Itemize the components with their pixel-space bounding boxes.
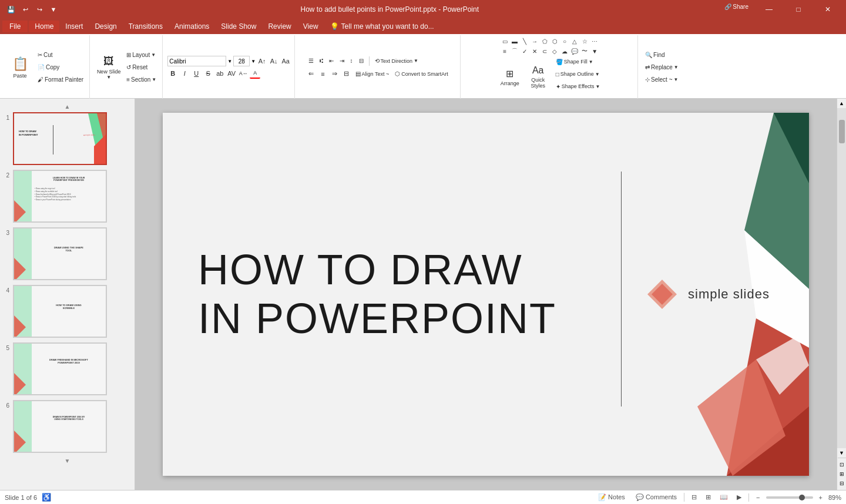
scroll-down-icon[interactable]: ▼ xyxy=(65,458,70,464)
numbered-list-button[interactable]: ⑆ xyxy=(317,55,325,67)
slide-thumb-3[interactable]: DRAW USING THE SHAPETOOL xyxy=(13,227,107,280)
shape-flow[interactable]: ◇ xyxy=(550,46,559,56)
char-spacing-button[interactable]: A↔ xyxy=(238,68,249,79)
scroll-down-btn[interactable]: ▼ xyxy=(837,448,847,458)
slideshow-button[interactable]: ▶ xyxy=(733,493,745,502)
shape-circle[interactable]: ○ xyxy=(560,36,569,46)
zoom-slider[interactable] xyxy=(766,496,813,499)
zoom-out-btn[interactable]: ⊟ xyxy=(838,479,846,488)
menu-view[interactable]: View xyxy=(297,21,324,32)
shape-star[interactable]: ☆ xyxy=(580,36,589,46)
zoom-in-status-button[interactable]: + xyxy=(815,493,826,502)
quick-styles-button[interactable]: Aa Quick Styles xyxy=(525,56,551,98)
shadow-button[interactable]: ab xyxy=(214,68,225,79)
font-name-input[interactable] xyxy=(167,56,226,66)
slide-item-2[interactable]: 2 LEARN HOW TO DRAW IN YOURPOWERPOINT PR… xyxy=(2,170,132,223)
align-center-button[interactable]: ≡ xyxy=(318,69,328,79)
shape-wave[interactable]: 〜 xyxy=(580,46,589,56)
redo-button[interactable]: ↪ xyxy=(33,3,46,16)
menu-tell-me[interactable]: 💡 Tell me what you want to do... xyxy=(324,21,440,32)
restore-button[interactable]: □ xyxy=(785,0,812,19)
close-button[interactable]: ✕ xyxy=(814,0,841,19)
shape-triangle[interactable]: △ xyxy=(570,36,579,46)
italic-button[interactable]: I xyxy=(179,68,190,79)
customize-qa-button[interactable]: ▼ xyxy=(47,3,60,16)
main-slide-canvas[interactable]: HOW TO DRAW IN POWERPOINT simple slides xyxy=(163,113,809,476)
shape-arrow[interactable]: → xyxy=(530,36,539,46)
undo-button[interactable]: ↩ xyxy=(19,3,32,16)
shape-more[interactable]: ⋯ xyxy=(590,36,599,46)
shape-outline-button[interactable]: □ Shape Outline ▼ xyxy=(553,68,603,80)
reset-button[interactable]: ↺ Reset xyxy=(124,62,159,73)
copy-button[interactable]: 📄 Copy xyxy=(35,62,86,73)
font-size-input[interactable] xyxy=(233,56,250,66)
align-left-button[interactable]: ⇐ xyxy=(306,69,317,79)
notes-button[interactable]: 📝 Notes xyxy=(595,493,629,502)
shape-bracket[interactable]: ⊂ xyxy=(540,46,549,56)
menu-design[interactable]: Design xyxy=(89,21,122,32)
underline-button[interactable]: U xyxy=(191,68,202,79)
minimize-button[interactable]: — xyxy=(756,0,783,19)
section-button[interactable]: ≡ Section ▼ xyxy=(124,74,159,86)
shape-line[interactable]: ╲ xyxy=(520,36,529,46)
format-painter-button[interactable]: 🖌 Format Painter xyxy=(35,74,86,86)
panel-scroll-down[interactable]: ▼ xyxy=(2,458,132,464)
slide-title-area[interactable]: HOW TO DRAW IN POWERPOINT xyxy=(198,246,597,343)
zoom-out-status-button[interactable]: − xyxy=(753,493,763,502)
spacing-button[interactable]: AV xyxy=(226,68,237,79)
normal-view-button[interactable]: ⊟ xyxy=(688,493,700,502)
align-text-button[interactable]: ▤ Align Text ~ xyxy=(353,68,392,80)
decrease-indent-button[interactable]: ⇤ xyxy=(327,55,336,67)
slide-sorter-button[interactable]: ⊞ xyxy=(702,493,714,502)
zoom-in-btn[interactable]: ⊞ xyxy=(838,470,846,478)
bold-button[interactable]: B xyxy=(167,68,178,79)
slide-item-6[interactable]: 6 DRAW IN POWERPOINT 2016 BYUSING START/… xyxy=(2,400,132,453)
increase-indent-button[interactable]: ⇥ xyxy=(337,55,347,67)
slide-thumb-4[interactable]: HOW TO DRAW USINGSCRIBBLE xyxy=(13,285,107,338)
comments-button[interactable]: 💬 Comments xyxy=(632,493,680,502)
shape-callout[interactable]: 💬 xyxy=(570,46,579,56)
clear-format-button[interactable]: Aa xyxy=(280,56,291,66)
decrease-font-button[interactable]: A↓ xyxy=(268,56,279,66)
shape-eq[interactable]: ≡ xyxy=(500,46,509,56)
shape-pentagon[interactable]: ⬠ xyxy=(540,36,549,46)
shape-rect2[interactable]: ▬ xyxy=(510,36,519,46)
arrange-button[interactable]: ⊞ Arrange xyxy=(497,56,523,98)
slide-thumb-2[interactable]: LEARN HOW TO DRAW IN YOURPOWERPOINT PRES… xyxy=(13,170,107,223)
select-button[interactable]: ⊹ Select ~ ▼ xyxy=(643,74,681,86)
scroll-track[interactable] xyxy=(837,108,846,448)
slide-thumb-6[interactable]: DRAW IN POWERPOINT 2016 BYUSING START/IN… xyxy=(13,400,107,453)
slide-item-4[interactable]: 4 HOW TO DRAW USINGSCRIBBLE xyxy=(2,285,132,338)
increase-font-button[interactable]: A↑ xyxy=(257,56,267,66)
save-button[interactable]: 💾 xyxy=(5,3,18,16)
cut-button[interactable]: ✂ Cut xyxy=(35,49,86,61)
text-direction-button[interactable]: ⟲ Text Direction ▼ xyxy=(372,55,421,67)
share-button[interactable]: 🔗 Share xyxy=(720,0,753,13)
new-slide-button[interactable]: 🖼 New Slide ▼ xyxy=(95,46,123,89)
shape-rect[interactable]: ▭ xyxy=(500,36,509,46)
menu-insert[interactable]: Insert xyxy=(59,21,89,32)
slide-panel[interactable]: ▲ 1 HOW TO DRAWIN POWERPOINT xyxy=(0,99,135,490)
replace-button[interactable]: ⇄ Replace ▼ xyxy=(643,62,681,73)
font-color-button[interactable]: A xyxy=(250,68,260,79)
panel-scroll-up[interactable]: ▲ xyxy=(2,103,132,110)
fit-page-btn[interactable]: ⊡ xyxy=(838,461,846,469)
bullets-button[interactable]: ☰ xyxy=(306,55,316,67)
align-right-button[interactable]: ⇒ xyxy=(330,69,340,79)
reading-view-button[interactable]: 📖 xyxy=(716,493,731,502)
scroll-up-icon[interactable]: ▲ xyxy=(65,103,70,110)
shape-cloud[interactable]: ☁ xyxy=(560,46,569,56)
shape-down[interactable]: ▼ xyxy=(590,46,599,56)
slide-item-5[interactable]: 5 DRAW FREEHAND IN MICROSOFTPOWERPOINT 2… xyxy=(2,342,132,395)
paste-button[interactable]: 📋 Paste xyxy=(6,46,34,89)
vertical-scrollbar[interactable]: ▲ ▼ ⊡ ⊞ ⊟ xyxy=(837,99,846,490)
slide-item-3[interactable]: 3 DRAW USING THE SHAPETOOL xyxy=(2,227,132,280)
canvas-area[interactable]: HOW TO DRAW IN POWERPOINT simple slides xyxy=(135,99,837,490)
menu-home[interactable]: Home xyxy=(29,21,59,32)
convert-smartart-button[interactable]: ⬡ Convert to SmartArt xyxy=(392,68,451,80)
shape-hex[interactable]: ⬡ xyxy=(550,36,559,46)
shape-check[interactable]: ✓ xyxy=(520,46,529,56)
justify-button[interactable]: ⊟ xyxy=(341,69,352,79)
shape-cross[interactable]: ✕ xyxy=(530,46,539,56)
strikethrough-button[interactable]: S xyxy=(203,68,213,79)
